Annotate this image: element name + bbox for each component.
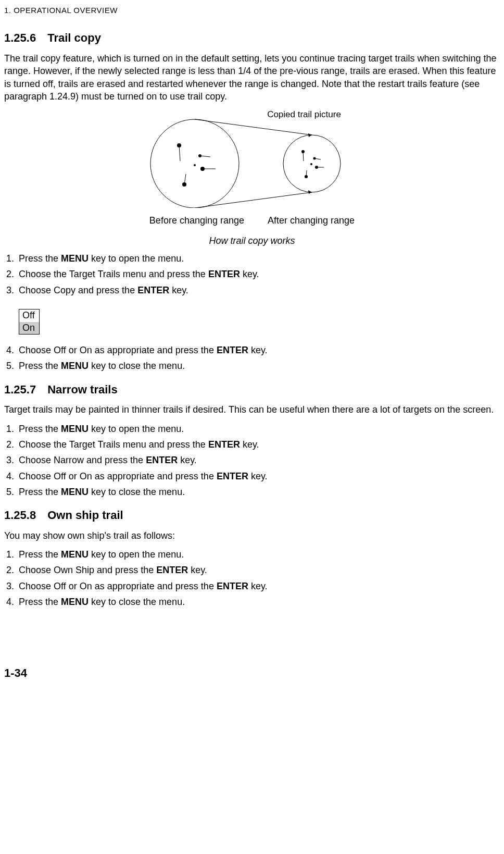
section-number: 1.25.7 — [4, 383, 36, 396]
section1-steps-a: Press the MENU key to open the menu. Cho… — [4, 252, 500, 296]
page-number: 1-34 — [4, 665, 500, 681]
step-key: ENTER — [156, 565, 188, 575]
step-text: key to close the menu. — [89, 361, 185, 371]
step-text: Choose Copy and press the — [19, 285, 137, 295]
section-number: 1.25.6 — [4, 31, 36, 44]
step-text: Press the — [19, 487, 61, 497]
step-item: Press the MENU key to open the menu. — [17, 423, 500, 435]
figure-label-before: Before changing range — [149, 214, 244, 227]
section-heading-narrow-trails: 1.25.7Narrow trails — [4, 382, 500, 398]
step-key: ENTER — [217, 345, 248, 355]
option-on: On — [19, 322, 39, 335]
step-text: key to open the menu. — [89, 549, 184, 560]
step-text: Press the — [19, 549, 61, 560]
step-text: Choose Off or On as appropriate and pres… — [19, 345, 217, 355]
step-key: ENTER — [208, 269, 240, 279]
svg-point-10 — [194, 164, 196, 166]
section1-body: The trail copy feature, which is turned … — [4, 52, 500, 103]
step-item: Press the MENU key to close the menu. — [17, 486, 500, 498]
step-key: MENU — [61, 549, 89, 560]
step-item: Choose Narrow and press the ENTER key. — [17, 454, 500, 466]
svg-marker-5 — [308, 190, 312, 194]
section-title: Narrow trails — [47, 383, 118, 396]
section2-body: Target trails may be painted in thinner … — [4, 403, 500, 416]
figure-label-top: Copied trail picture — [267, 109, 341, 119]
trail-copy-figure: Copied trail picture Before changing ran… — [4, 109, 500, 227]
step-key: ENTER — [208, 439, 240, 450]
step-text: key. — [240, 269, 259, 279]
step-text: key to close the menu. — [89, 487, 185, 497]
section-title: Trail copy — [47, 31, 101, 44]
step-item: Choose Off or On as appropriate and pres… — [17, 470, 500, 482]
step-text: Choose Off or On as appropriate and pres… — [19, 471, 217, 481]
step-text: key. — [248, 581, 268, 591]
step-item: Choose the Target Trails menu and press … — [17, 438, 500, 451]
step-key: MENU — [61, 424, 89, 434]
section-heading-own-ship-trail: 1.25.8Own ship trail — [4, 508, 500, 523]
step-key: MENU — [61, 597, 89, 607]
section3-steps: Press the MENU key to open the menu. Cho… — [4, 548, 500, 608]
step-text: Press the — [19, 424, 61, 434]
step-key: ENTER — [217, 581, 248, 591]
step-text: Choose the Target Trails menu and press … — [19, 439, 208, 450]
section-number: 1.25.8 — [4, 509, 36, 522]
step-text: key to close the menu. — [89, 597, 185, 607]
step-key: ENTER — [137, 285, 169, 295]
figure-caption: How trail copy works — [4, 234, 500, 247]
step-text: key. — [248, 345, 268, 355]
section-title: Own ship trail — [47, 509, 123, 522]
step-text: key. — [240, 439, 259, 450]
step-text: key. — [178, 455, 197, 465]
svg-point-19 — [310, 163, 312, 165]
step-text: Press the — [19, 361, 61, 371]
section3-body: You may show own ship's trail as follows… — [4, 529, 500, 542]
svg-line-3 — [195, 192, 312, 208]
step-text: key. — [188, 565, 207, 575]
step-item: Choose Own Ship and press the ENTER key. — [17, 564, 500, 576]
step-text: Choose Own Ship and press the — [19, 565, 156, 575]
section1-steps-b: Choose Off or On as appropriate and pres… — [4, 344, 500, 373]
step-item: Press the MENU key to close the menu. — [17, 596, 500, 608]
step-item: Choose Copy and press the ENTER key. — [17, 284, 500, 296]
step-key: MENU — [61, 253, 89, 264]
section-heading-trail-copy: 1.25.6Trail copy — [4, 30, 500, 46]
step-item: Press the MENU key to open the menu. — [17, 252, 500, 265]
trail-copy-diagram-icon: Copied trail picture — [132, 109, 372, 208]
step-key: ENTER — [217, 471, 248, 481]
step-text: Choose Off or On as appropriate and pres… — [19, 581, 217, 591]
step-item: Choose Off or On as appropriate and pres… — [17, 580, 500, 592]
figure-label-after: After changing range — [268, 214, 355, 227]
step-text: key. — [248, 471, 268, 481]
svg-point-0 — [150, 119, 239, 208]
step-text: key to open the menu. — [89, 253, 184, 264]
step-text: key. — [169, 285, 188, 295]
step-text: Choose Narrow and press the — [19, 455, 146, 465]
svg-line-9 — [200, 156, 210, 157]
off-on-option-box: Off On — [19, 309, 40, 335]
step-item: Choose Off or On as appropriate and pres… — [17, 344, 500, 356]
section2-steps: Press the MENU key to open the menu. Cho… — [4, 423, 500, 498]
option-off: Off — [19, 310, 39, 322]
step-text: Press the — [19, 597, 61, 607]
step-text: Choose the Target Trails menu and press … — [19, 269, 208, 279]
svg-marker-4 — [308, 133, 312, 137]
step-key: MENU — [61, 361, 89, 371]
step-text: key to open the menu. — [89, 424, 184, 434]
chapter-header: 1. OPERATIONAL OVERVIEW — [4, 5, 500, 16]
step-text: Press the — [19, 253, 61, 264]
step-item: Press the MENU key to open the menu. — [17, 548, 500, 561]
svg-line-7 — [179, 145, 180, 161]
step-key: MENU — [61, 487, 89, 497]
step-key: ENTER — [146, 455, 178, 465]
step-item: Press the MENU key to close the menu. — [17, 360, 500, 372]
step-item: Choose the Target Trails menu and press … — [17, 268, 500, 280]
svg-line-2 — [195, 119, 312, 135]
